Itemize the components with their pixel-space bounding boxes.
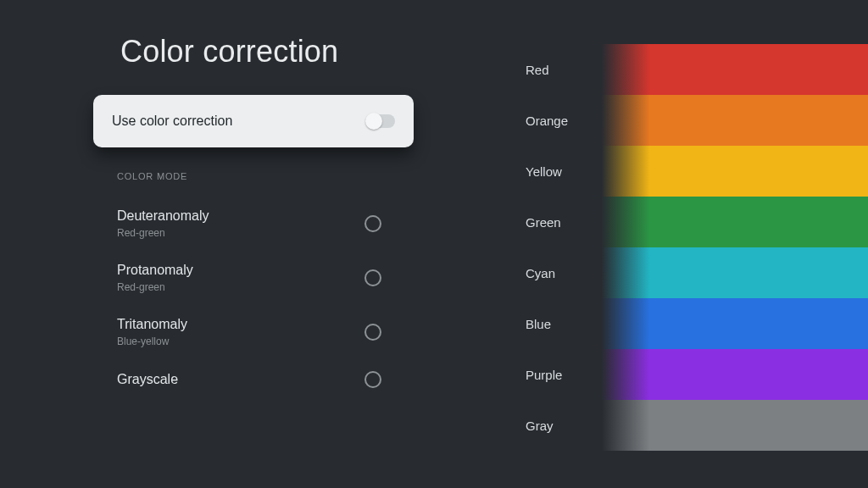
swatch-label: Purple <box>492 349 602 400</box>
mode-title: Protanomaly <box>117 263 193 278</box>
use-color-correction-toggle[interactable]: Use color correction <box>93 95 414 147</box>
swatch-bar <box>602 95 868 146</box>
mode-title: Grayscale <box>117 372 178 387</box>
radio-icon <box>364 371 381 388</box>
mode-subtitle: Red-green <box>117 227 209 239</box>
swatch-label: Yellow <box>492 146 602 197</box>
radio-icon <box>364 215 381 232</box>
mode-subtitle: Blue-yellow <box>117 336 187 347</box>
swatch-row-orange: Orange <box>492 95 868 146</box>
swatch-row-yellow: Yellow <box>492 146 868 197</box>
mode-subtitle: Red-green <box>117 281 193 293</box>
swatch-row-blue: Blue <box>492 298 868 349</box>
mode-title: Tritanomaly <box>117 317 187 332</box>
swatch-label: Red <box>492 44 602 95</box>
toggle-label: Use color correction <box>112 114 232 129</box>
swatch-bar <box>602 349 868 400</box>
swatch-row-gray: Gray <box>492 400 868 451</box>
swatch-bar <box>602 247 868 298</box>
swatch-label: Orange <box>492 95 602 146</box>
swatch-label: Green <box>492 197 602 247</box>
page-title: Color correction <box>120 34 492 69</box>
swatch-bar <box>602 400 868 451</box>
swatch-label: Blue <box>492 298 602 349</box>
color-preview-panel: Red Orange Yellow Green Cyan Blue Purple… <box>492 0 868 488</box>
swatch-bar <box>602 298 868 349</box>
swatch-bar <box>602 146 868 197</box>
mode-item-grayscale[interactable]: Grayscale <box>117 359 397 400</box>
settings-panel: Color correction Use color correction CO… <box>0 0 492 488</box>
swatch-row-green: Green <box>492 197 868 247</box>
mode-item-deuteranomaly[interactable]: Deuteranomaly Red-green <box>117 197 397 251</box>
radio-icon <box>364 324 381 341</box>
swatch-bar <box>602 44 868 95</box>
swatch-bar <box>602 197 868 247</box>
swatch-label: Cyan <box>492 247 602 298</box>
switch-track <box>366 114 395 128</box>
mode-item-protanomaly[interactable]: Protanomaly Red-green <box>117 251 397 305</box>
swatch-row-cyan: Cyan <box>492 247 868 298</box>
radio-icon <box>364 269 381 286</box>
color-mode-list: Deuteranomaly Red-green Protanomaly Red-… <box>117 197 397 400</box>
swatch-label: Gray <box>492 400 602 451</box>
swatch-row-purple: Purple <box>492 349 868 400</box>
swatch-row-red: Red <box>492 44 868 95</box>
mode-title: Deuteranomaly <box>117 208 209 224</box>
section-label-color-mode: COLOR MODE <box>117 171 492 181</box>
switch-knob <box>365 113 382 130</box>
mode-item-tritanomaly[interactable]: Tritanomaly Blue-yellow <box>117 305 397 359</box>
